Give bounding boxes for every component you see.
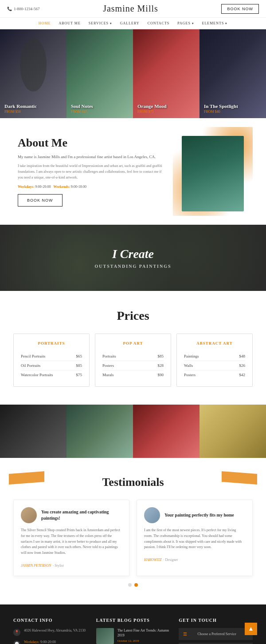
price-card-popart: POP ART Portraits $85 Posters $28 Murals… — [95, 334, 171, 387]
blog-title-1: The Latest Fine Art Trends: Autumn 2019 — [117, 628, 170, 638]
about-image-wrap — [177, 131, 248, 211]
gallery-item-4[interactable] — [200, 405, 266, 458]
gallery-item-1[interactable] — [0, 405, 66, 458]
price-item-label: Posters — [102, 363, 114, 368]
hero-item-2[interactable]: Soul Notes FROM $45 — [66, 29, 133, 118]
service-select[interactable]: ☰ Choose a Preferred Service ▾ — [179, 628, 253, 640]
author-name-1: JASMIN PETERSON — [21, 564, 51, 568]
testimonial-card-2: Your painting perfectly fits my home I a… — [137, 500, 253, 576]
blog-info-1: The Latest Fine Art Trends: Autumn 2019 … — [117, 628, 170, 644]
price-item-value: $85 — [76, 363, 82, 368]
create-heading: I Create — [9, 247, 257, 261]
nav-about[interactable]: ABOUT ME — [59, 21, 80, 25]
address-icon: 📍 — [13, 629, 20, 636]
hero-price-2: FROM $45 — [71, 110, 129, 114]
testimonial-author-2: HAROWITZ · Designer — [144, 555, 245, 563]
create-section: I Create Outstanding Paintings — [0, 225, 266, 291]
scroll-to-top[interactable]: ▲ — [245, 623, 257, 635]
dot-1[interactable] — [128, 583, 132, 587]
blog-post-1[interactable]: The Latest Fine Art Trends: Autumn 2019 … — [96, 628, 170, 644]
price-card-title-1: PORTRAITS — [21, 341, 82, 346]
prices-section: Prices PORTRAITS Pencil Portraits $65 Oi… — [0, 291, 266, 405]
hours-weekdays-label: Weekdays: — [18, 185, 34, 189]
hero-price-4: FROM $40 — [204, 110, 262, 114]
nav-elements[interactable]: ELEMENTS — [202, 21, 228, 25]
nav-home[interactable]: HOME — [39, 21, 51, 25]
hero-title-3: Orange Mood — [137, 103, 195, 109]
price-item-value: $75 — [76, 373, 82, 377]
price-row: Posters $42 — [184, 370, 245, 379]
footer-form-col: Get in Touch ☰ Choose a Preferred Servic… — [179, 618, 253, 644]
hero-title-4: In The Spotlight — [204, 103, 262, 109]
about-book-button[interactable]: Book now — [18, 194, 63, 207]
footer-hours: Weekdays: 9:00-20:00 Weekends: 9:00-18:0… — [24, 640, 56, 644]
author-name-2: HAROWITZ — [144, 558, 162, 562]
price-item-label: Murals — [102, 373, 114, 377]
footer-form-heading: Get in Touch — [179, 618, 253, 623]
select-icon: ☰ — [183, 632, 187, 636]
testimonials-dots — [13, 583, 253, 587]
about-section: About Me My name is Jasmine Mills and I'… — [0, 118, 266, 225]
price-row: Portraits $85 — [102, 352, 164, 361]
testimonials-heading: Testimonials — [13, 476, 253, 489]
price-item-label: Paintings — [184, 354, 199, 358]
about-photo-image — [182, 136, 244, 211]
price-row: Posters $28 — [102, 361, 164, 370]
footer-blog-col: Latest Blog Posts The Latest Fine Art Tr… — [96, 618, 170, 644]
hero-item-3[interactable]: Orange Mood FROM $75 — [133, 29, 200, 118]
footer-contact-col: Contact Info 📍 4026 Halewood Hwy, Alexan… — [13, 618, 87, 644]
testimonial-title-2: Your painting perfectly fits my home — [164, 512, 234, 518]
nav-pages[interactable]: PAGES — [177, 21, 194, 25]
hero-item-1[interactable]: Dark Romantic FROM $50 — [0, 29, 66, 118]
price-item-label: Oil Portraits — [21, 363, 40, 368]
contact-form: ☰ Choose a Preferred Service ▾ 📅 Select … — [179, 628, 253, 644]
price-item-label: Posters — [184, 373, 196, 377]
price-item-label: Walls — [184, 363, 193, 368]
blog-date-1: October 12, 2019 — [117, 639, 170, 643]
prices-grid: PORTRAITS Pencil Portraits $65 Oil Portr… — [13, 334, 253, 387]
about-text: About Me My name is Jasmine Mills and I'… — [18, 136, 164, 207]
price-row: Walls $26 — [184, 361, 245, 370]
footer-weekdays-value: 9:00-20:00 — [40, 640, 56, 644]
nav-gallery[interactable]: GALLERY — [120, 21, 140, 25]
hero-overlay-1: Dark Romantic FROM $50 — [0, 29, 66, 118]
nav-services[interactable]: SERVICES — [89, 21, 112, 25]
avatar-2 — [144, 507, 160, 523]
gallery-item-2[interactable] — [66, 405, 133, 458]
footer-weekdays-label: Weekdays: — [24, 640, 39, 644]
hero-price-1: FROM $50 — [4, 110, 62, 114]
gallery-item-3[interactable] — [133, 405, 200, 458]
price-row: Pencil Portraits $65 — [21, 352, 82, 361]
price-item-value: $26 — [239, 363, 246, 368]
service-select-label: Choose a Preferred Service — [198, 632, 236, 636]
footer-address: 4026 Halewood Hwy, Alexandria, VA 2130 — [24, 628, 86, 636]
hero-title-1: Dark Romantic — [4, 103, 62, 109]
hours-icon: 🕐 — [13, 640, 20, 644]
gallery-strip — [0, 405, 266, 458]
testimonials-section: Testimonials You create amazing and capt… — [0, 458, 266, 604]
hero-grid: Dark Romantic FROM $50 Soul Notes FROM $… — [0, 29, 266, 118]
price-item-value: $42 — [239, 373, 246, 377]
phone-icon: 📞 — [7, 7, 12, 11]
dot-2[interactable] — [134, 583, 138, 587]
price-item-value: $85 — [158, 354, 164, 358]
price-row: Paintings $48 — [184, 352, 245, 361]
author-role-1: · Stylist — [53, 564, 63, 568]
header-book-button[interactable]: book now — [221, 4, 259, 14]
price-item-label: Portraits — [102, 354, 116, 358]
hours-weekends-value: 9:00-18:00 — [71, 185, 86, 189]
hero-item-4[interactable]: In The Spotlight FROM $40 — [200, 29, 266, 118]
price-card-title-2: POP ART — [102, 341, 164, 346]
testimonial-title-1: You create amazing and captivating paint… — [41, 509, 122, 521]
about-photo — [182, 136, 244, 211]
testimonials-grid: You create amazing and captivating paint… — [13, 500, 253, 576]
price-row: Murals $90 — [102, 370, 164, 379]
price-row: Watercolor Portraits $75 — [21, 370, 82, 379]
footer-contact-heading: Contact Info — [13, 618, 87, 623]
hours-weekends-label: Weekends: — [53, 185, 70, 189]
create-subheading: Outstanding Paintings — [9, 264, 257, 269]
nav-contacts[interactable]: CONTACTS — [148, 21, 170, 25]
testimonial-author-1: JASMIN PETERSON · Stylist — [21, 561, 122, 568]
price-row: Oil Portraits $85 — [21, 361, 82, 370]
footer-hours-row: 🕐 Weekdays: 9:00-20:00 Weekends: 9:00-18… — [13, 640, 87, 644]
